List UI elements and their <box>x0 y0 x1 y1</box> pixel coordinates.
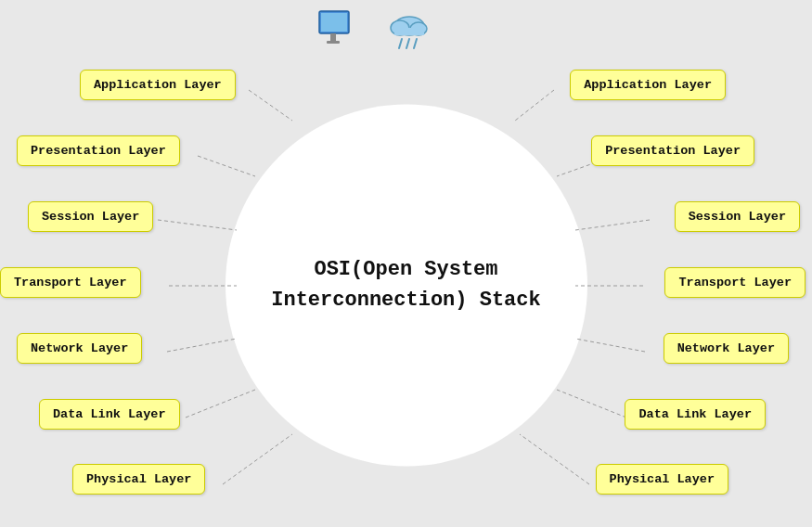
left-application-layer: Application Layer <box>80 70 236 100</box>
svg-line-20 <box>575 220 650 230</box>
left-transport-layer: Transport Layer <box>0 267 141 298</box>
svg-line-24 <box>520 434 589 484</box>
left-network-layer: Network Layer <box>17 333 142 364</box>
svg-line-13 <box>158 220 237 230</box>
left-data-link-layer: Data Link Layer <box>39 399 180 430</box>
svg-line-16 <box>186 390 255 418</box>
right-physical-layer: Physical Layer <box>596 464 728 495</box>
svg-line-8 <box>399 39 402 48</box>
svg-line-9 <box>406 39 409 48</box>
svg-rect-1 <box>321 13 347 32</box>
left-presentation-layer: Presentation Layer <box>17 135 180 166</box>
svg-line-17 <box>223 434 292 484</box>
svg-line-11 <box>249 90 292 121</box>
svg-line-12 <box>198 156 255 176</box>
svg-rect-7 <box>394 28 424 35</box>
left-physical-layer: Physical Layer <box>72 464 205 495</box>
right-application-layer: Application Layer <box>570 70 726 100</box>
right-presentation-layer: Presentation Layer <box>591 135 754 166</box>
svg-rect-3 <box>327 41 340 44</box>
right-network-layer: Network Layer <box>664 333 789 364</box>
svg-rect-2 <box>330 33 336 41</box>
right-session-layer: Session Layer <box>675 201 800 232</box>
svg-line-10 <box>414 39 417 48</box>
right-transport-layer: Transport Layer <box>664 267 806 298</box>
left-session-layer: Session Layer <box>28 201 153 232</box>
center-circle: OSI(Open System Interconnection) Stack <box>226 104 587 466</box>
cloud-icon <box>385 7 433 68</box>
svg-line-18 <box>515 90 554 121</box>
center-title: OSI(Open System Interconnection) Stack <box>252 236 559 334</box>
svg-line-23 <box>557 390 626 418</box>
monitor-icon <box>316 7 360 64</box>
diagram-container: OSI(Open System Interconnection) Stack <box>0 0 812 527</box>
svg-line-22 <box>575 339 645 352</box>
right-data-link-layer: Data Link Layer <box>625 399 766 430</box>
svg-line-15 <box>167 339 237 352</box>
